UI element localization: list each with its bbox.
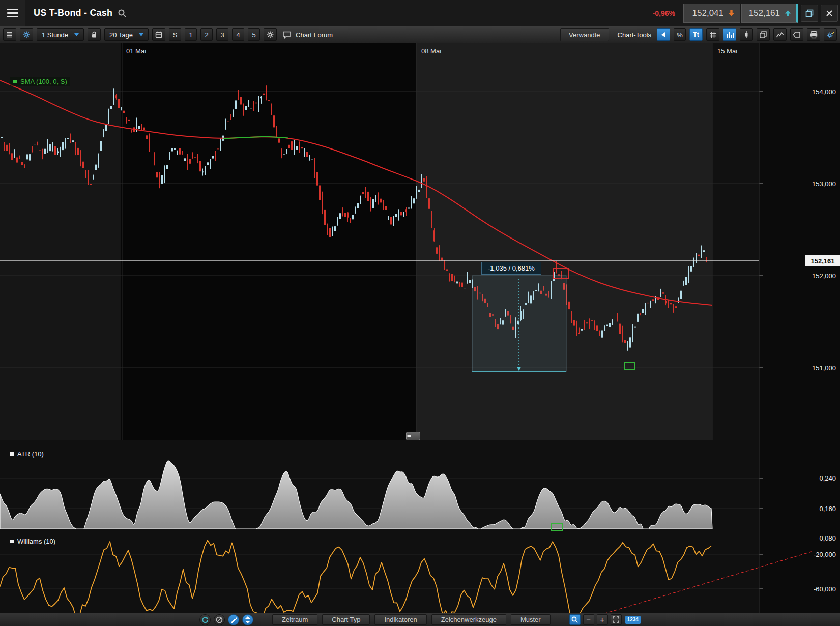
chart-forum-label: Chart Forum [296,31,333,39]
chart-toolbar: 1 Stunde 20 Tage S 1 2 3 4 5 Chart Forum… [0,26,840,43]
pattern-marker-green [624,362,635,370]
search-icon[interactable] [118,9,127,18]
speed-button-s[interactable]: S [169,28,181,41]
close-window-button[interactable] [821,5,838,22]
lock-icon[interactable] [88,28,101,41]
atr-axis-label: 0,240 [795,474,836,482]
candlestick-type-icon[interactable] [740,28,753,41]
chart-typ-button[interactable]: Chart Typ [322,614,370,625]
measure-region [472,276,566,371]
speed-button-5[interactable]: 5 [248,28,260,41]
bar-chart-type-icon[interactable] [723,28,736,41]
reorder-panels-button[interactable] [242,614,253,625]
zeichenwerkzeuge-button[interactable]: Zeichenwerkzeuge [431,614,506,625]
numbers-display-badge[interactable]: 1234 [625,616,641,624]
atr-legend-text: ATR (10) [17,450,44,458]
zoom-mode-button[interactable] [569,614,581,625]
range-dropdown[interactable]: 20 Tage [104,28,149,41]
speech-bubble-icon [282,31,292,39]
atr-axis-label: 0,160 [795,505,836,513]
interval-value: 1 Stunde [42,31,68,39]
arrow-left-icon [661,32,666,37]
williams-axis-label: -20,000 [795,551,836,558]
atr-bullet-icon [10,452,14,456]
print-icon[interactable] [807,28,820,41]
buy-price-button[interactable]: 152,161 [741,4,798,23]
hamburger-menu-button[interactable] [0,0,25,26]
expand-icon [613,616,619,623]
titlebar: US T-Bond - Cash -0,96% 152,041 152,161 [0,0,840,26]
chart-edit-gear-icon[interactable] [824,28,837,41]
sma-legend[interactable]: SMA (100, 0, S) [10,77,70,86]
sell-price-button[interactable]: 152,041 [683,4,740,23]
no-entry-icon [216,616,223,623]
percent-scale-button[interactable]: % [674,28,686,41]
sma-bullet-icon [13,80,17,83]
fit-chart-button[interactable] [611,614,622,625]
trading-platform-window: US T-Bond - Cash -0,96% 152,041 152,161 [0,0,840,626]
chart-tools-label: Chart-Tools [618,31,651,39]
atr-indicator-panel[interactable] [0,440,840,529]
magnifier-icon [571,616,578,623]
duplicate-chart-icon[interactable] [757,28,770,41]
sell-price-value: 152,041 [692,8,723,18]
speed-button-1[interactable]: 1 [185,28,197,41]
zoom-out-button[interactable]: − [583,614,594,625]
buy-price-value: 152,161 [749,8,780,18]
speed-button-4[interactable]: 4 [232,28,244,41]
callout-shape-icon[interactable] [790,28,803,41]
refresh-button[interactable] [199,614,211,625]
pattern-marker-red [553,268,569,279]
chevron-down-icon [139,33,143,36]
collapse-tools-button[interactable] [657,28,670,41]
price-axis-label: 152,000 [795,272,836,280]
williams-indicator-panel[interactable] [0,529,840,613]
calendar-icon[interactable] [152,28,165,41]
williams-legend-text: Williams (10) [17,538,55,545]
measure-tooltip: -1,035 / 0,681% [481,262,541,275]
range-value: 20 Tage [109,31,133,39]
line-chart-type-icon[interactable] [773,28,787,41]
speed-button-2[interactable]: 2 [200,28,213,41]
muster-button[interactable]: Muster [511,614,551,625]
sma-legend-text: SMA (100, 0, S) [20,78,67,85]
arrow-up-icon [785,10,791,17]
grid-toggle-icon[interactable] [706,28,719,41]
price-axis-label: 153,000 [795,180,836,188]
atr-legend[interactable]: ATR (10) [10,450,44,458]
zoom-in-button[interactable]: + [597,614,608,625]
indikatoren-button[interactable]: Indikatoren [374,614,426,625]
panel-divider [0,440,840,440]
date-label: 08 Mai [421,47,441,55]
interval-dropdown[interactable]: 1 Stunde [37,28,84,41]
panel-resize-handle[interactable] [406,432,420,440]
chart-settings-gear-icon[interactable] [264,28,277,41]
instrument-title: US T-Bond - Cash [34,8,112,18]
williams-legend[interactable]: Williams (10) [10,538,55,545]
panel-divider [0,529,840,529]
speed-button-3[interactable]: 3 [216,28,228,41]
williams-bullet-icon [10,540,14,543]
quote-panel-icon[interactable] [3,28,16,41]
pencil-icon [230,616,237,623]
chevron-down-icon [74,33,79,36]
restore-window-button[interactable] [801,5,818,22]
verwandte-button[interactable]: Verwandte [560,28,609,41]
atr-axis-label: 0,080 [795,534,836,542]
text-tool-button[interactable]: Tt [689,28,703,41]
settings-gear-icon[interactable] [20,28,33,41]
chart-forum-button[interactable]: Chart Forum [282,31,333,39]
date-label: 01 Mai [126,47,146,55]
price-axis-label: 151,000 [795,364,836,372]
price-axis-label: 154,000 [795,88,836,96]
arrow-down-icon [728,10,735,17]
up-down-arrows-icon [245,616,251,623]
zeitraum-button[interactable]: Zeitraum [272,614,317,625]
williams-axis-label: -60,000 [795,585,836,593]
change-percent: -0,96% [653,9,675,17]
clear-drawings-button[interactable] [214,614,225,625]
main-price-chart[interactable] [0,43,840,440]
current-price-badge: 152,161 [805,255,840,266]
chart-area: 01 Mai 08 Mai 15 Mai 154,000 153,000 152… [0,43,840,613]
draw-tool-button[interactable] [228,614,239,625]
